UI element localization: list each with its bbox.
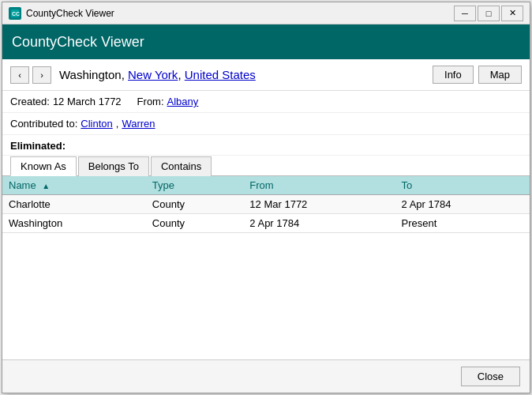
tab-belongs-to[interactable]: Belongs To [78,156,149,176]
title-bar: CC CountyCheck Viewer ─ □ ✕ [2,2,530,24]
col-header-from[interactable]: From [243,176,395,195]
app-header: CountyCheck Viewer [2,24,530,59]
created-item: Created: 12 March 1772 [10,96,122,107]
location-separator: , [178,68,184,81]
tabs-row: Known As Belongs To Contains [2,156,530,176]
known-as-table: Name ▲ Type From To [2,176,530,233]
country-link[interactable]: United States [185,68,256,81]
eliminated-label: Eliminated: [10,140,66,152]
col-header-type[interactable]: Type [146,176,244,195]
app-header-title: CountyCheck Viewer [12,34,144,51]
col-name-label: Name [9,179,36,191]
content-area: ‹ › Washington, New York, United States … [2,59,530,359]
cell-to: Present [395,214,530,233]
table-header-row: Name ▲ Type From To [2,176,530,195]
col-header-name[interactable]: Name ▲ [2,176,146,195]
created-value: 12 March 1772 [53,96,122,107]
maximize-button[interactable]: □ [478,6,500,21]
clinton-link[interactable]: Clinton [81,118,112,130]
footer: Close [2,359,530,393]
from-link[interactable]: Albany [167,96,199,107]
col-header-to[interactable]: To [395,176,530,195]
col-to-label: To [402,179,413,191]
cell-to: 2 Apr 1784 [395,195,530,214]
forward-button[interactable]: › [32,66,51,84]
col-from-label: From [249,179,273,191]
map-button[interactable]: Map [478,66,522,84]
eliminated-row: Eliminated: [2,135,530,156]
cell-from: 2 Apr 1784 [243,214,395,233]
contrib-row: Contributed to: Clinton, Warren [2,113,530,135]
table-body: CharlotteCounty12 Mar 17722 Apr 1784Wash… [2,195,530,233]
from-item: From: Albany [137,96,199,107]
location-text: Washington, New York, United States [59,68,433,81]
action-buttons: Info Map [433,66,522,84]
title-bar-text: CountyCheck Viewer [26,8,454,19]
tab-contains[interactable]: Contains [151,156,212,176]
back-button[interactable]: ‹ [10,66,29,84]
close-button[interactable]: Close [461,367,520,386]
window-close-button[interactable]: ✕ [501,6,523,21]
state-link[interactable]: New York [128,68,178,81]
cell-type: County [146,195,244,214]
contributed-label: Contributed to: [10,118,77,130]
cell-name: Charlotte [2,195,146,214]
app-icon: CC [9,7,21,20]
sort-icon: ▲ [42,182,50,190]
created-label: Created: [10,96,50,107]
warren-link[interactable]: Warren [122,118,155,130]
info-row: Created: 12 March 1772 From: Albany [2,91,530,113]
table-container: Name ▲ Type From To [2,176,530,359]
table-row: WashingtonCounty2 Apr 1784Present [2,214,530,233]
cell-type: County [146,214,244,233]
nav-row: ‹ › Washington, New York, United States … [2,59,530,91]
tab-known-as[interactable]: Known As [10,156,77,176]
svg-text:CC: CC [12,11,20,17]
from-label: From: [137,96,164,107]
minimize-button[interactable]: ─ [454,6,476,21]
col-type-label: Type [152,179,174,191]
nav-arrows: ‹ › [10,66,51,84]
table-row: CharlotteCounty12 Mar 17722 Apr 1784 [2,195,530,214]
location-prefix: Washington, [59,68,128,81]
main-window: CC CountyCheck Viewer ─ □ ✕ CountyCheck … [2,2,530,393]
info-button[interactable]: Info [433,66,474,84]
contrib-separator: , [116,118,119,130]
cell-name: Washington [2,214,146,233]
cell-from: 12 Mar 1772 [243,195,395,214]
title-bar-controls: ─ □ ✕ [454,6,523,21]
